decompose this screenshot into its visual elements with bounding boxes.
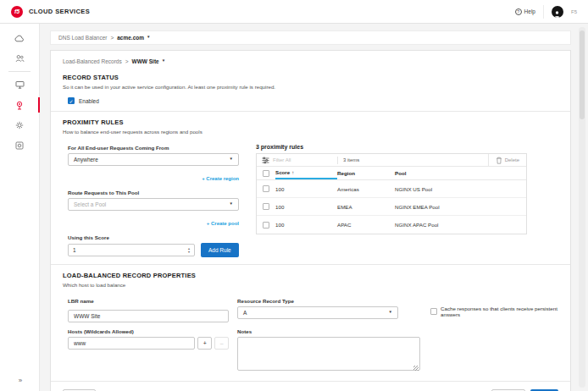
proximity-rules-title: PROXIMITY RULES [63, 118, 558, 126]
sidebar-item-catalog[interactable] [0, 74, 40, 95]
proximity-rules-description: How to balance end-user requests across … [63, 129, 558, 135]
rr-type-select[interactable]: A ▼ [237, 306, 398, 319]
cell-pool: NGINX EMEA Pool [395, 204, 526, 210]
from-region-value: Anywhere [74, 157, 98, 162]
remove-host-button[interactable]: – [214, 337, 229, 350]
help-icon: ? [515, 8, 522, 15]
stepper-icon[interactable]: ▴▾ [188, 247, 190, 254]
record-status-description: So it can be used in your active service… [63, 84, 558, 90]
enabled-checkbox[interactable]: ✓ [68, 97, 75, 104]
proximity-table-panel: 3 proximity rules Filter All 3 items [256, 139, 527, 257]
table-delete-button[interactable]: Delete [488, 154, 526, 166]
app-root: f5 CLOUD SERVICES ? Help F5 [0, 0, 588, 391]
sidebar-item-accounts[interactable] [0, 48, 40, 69]
score-header-label: Score [275, 169, 290, 175]
gear-icon [15, 121, 24, 129]
create-region-row: + Create region [68, 168, 239, 184]
caret-down-icon: ▼ [230, 202, 233, 207]
record-breadcrumb-section[interactable]: Load-Balanced Records [63, 58, 122, 64]
sort-ascending-icon: ↑ [291, 170, 294, 175]
record-breadcrumb-current-label: WWW Site [132, 58, 159, 64]
sidebar-item-settings[interactable] [0, 115, 40, 135]
create-pool-row: + Create pool [68, 213, 239, 229]
score-label: Using this Score [68, 234, 239, 240]
column-header-score[interactable]: Score ↑ [275, 167, 337, 179]
lbr-name-input[interactable] [68, 310, 229, 322]
filter-input[interactable]: Filter All [257, 157, 337, 164]
create-pool-link[interactable]: + Create pool [207, 221, 239, 226]
section-divider [51, 264, 570, 265]
breadcrumb-section[interactable]: DNS Load Balancer [58, 35, 107, 41]
caret-down-icon: ▼ [389, 311, 392, 315]
add-rule-button[interactable]: Add Rule [201, 243, 239, 257]
caret-down-icon: ▼ [162, 59, 165, 63]
breadcrumb-current-label: acme.com [117, 35, 144, 41]
dns-load-balancer-icon [15, 101, 24, 110]
sidebar-divider [8, 71, 31, 72]
brand-title: CLOUD SERVICES [29, 8, 90, 15]
monitor-icon [15, 80, 25, 89]
rr-type-label: Resource Record Type [237, 298, 420, 304]
properties-spacer [430, 322, 558, 374]
f5-logo-icon: f5 [11, 6, 23, 18]
filter-icon [262, 157, 269, 164]
notes-textarea[interactable] [237, 337, 420, 371]
help-label: Help [524, 8, 535, 14]
cloud-icon [14, 35, 25, 42]
score-value: 1 [73, 247, 76, 253]
scrollbar-thumb[interactable] [580, 30, 585, 119]
cell-region: Americas [337, 186, 395, 192]
column-header-pool[interactable]: Pool [395, 170, 526, 176]
table-delete-label: Delete [505, 157, 519, 162]
hosts-label: Hosts (Wildcards Allowed) [68, 328, 229, 334]
add-host-button[interactable]: + [197, 337, 212, 350]
table-row[interactable]: 100 EMEA NGINX EMEA Pool [257, 198, 526, 216]
user-name: F5 [571, 9, 577, 14]
proximity-form: For All End-user Requests Coming From An… [68, 139, 239, 257]
rr-type-field: Resource Record Type A ▼ [237, 292, 420, 322]
create-region-link[interactable]: + Create region [202, 176, 239, 181]
cache-label: Cache responses so that clients receive … [441, 306, 558, 317]
proximity-table-title: 3 proximity rules [256, 144, 527, 150]
enabled-label: Enabled [79, 98, 99, 104]
table-row[interactable]: 100 Americas NGINX US Pool [257, 180, 526, 198]
hosts-input[interactable] [68, 337, 195, 350]
audit-log-icon [15, 141, 24, 150]
select-all-checkbox[interactable] [263, 170, 269, 177]
record-card: Load-Balanced Records > WWW Site ▼ RECOR… [50, 50, 571, 391]
table-row[interactable]: 100 APAC NGINX APAC Pool [257, 216, 526, 234]
section-divider [51, 381, 570, 382]
row-checkbox[interactable] [263, 185, 269, 192]
sidebar-item-dns-load-balancer[interactable] [0, 95, 40, 115]
row-checkbox[interactable] [263, 222, 269, 229]
row-checkbox[interactable] [263, 203, 269, 210]
record-breadcrumb-current[interactable]: WWW Site ▼ [132, 58, 166, 64]
notes-label: Notes [237, 328, 420, 334]
column-header-region[interactable]: Region [337, 170, 395, 176]
section-divider [51, 111, 570, 112]
route-pool-label: Route Requests to This Pool [68, 190, 239, 196]
cache-checkbox[interactable] [430, 308, 437, 315]
sidebar-item-cloud[interactable] [0, 28, 40, 48]
breadcrumb-separator-icon: > [125, 58, 129, 64]
cell-pool: NGINX APAC Pool [395, 222, 526, 228]
lbr-name-field: LBR name [68, 292, 229, 322]
scrollbar[interactable] [579, 27, 585, 388]
sidebar-item-audit[interactable] [0, 135, 40, 156]
score-row: 1 ▴▾ Add Rule [68, 243, 239, 257]
score-input[interactable]: 1 ▴▾ [68, 244, 195, 256]
items-count: 3 items [338, 157, 488, 162]
proximity-rules-table: Filter All 3 items Delete [256, 153, 527, 234]
breadcrumb-current[interactable]: acme.com ▼ [117, 35, 150, 41]
resize-handle-icon[interactable] [413, 366, 419, 371]
accounts-icon [15, 54, 25, 63]
table-header-row: Score ↑ Region Pool [257, 167, 526, 180]
route-pool-select[interactable]: Select a Pool ▼ [68, 198, 239, 211]
user-avatar[interactable] [552, 6, 563, 18]
from-region-select[interactable]: Anywhere ▼ [68, 153, 239, 166]
sidebar-expand-button[interactable]: » [0, 377, 40, 384]
main-content: DNS Load Balancer > acme.com ▼ Load-Bala… [40, 24, 588, 391]
top-header: f5 CLOUD SERVICES ? Help F5 [0, 0, 588, 24]
help-button[interactable]: ? Help [515, 8, 535, 15]
cache-checkbox-row: Cache responses so that clients receive … [430, 306, 558, 317]
